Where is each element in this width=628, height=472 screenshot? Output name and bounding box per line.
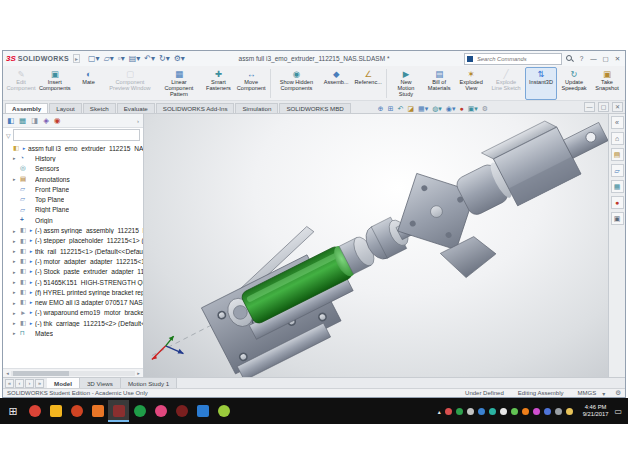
ribbon-button-new-motion-study[interactable]: ▶New Motion Study (389, 67, 423, 100)
tab-scroll-right-icon[interactable]: › (25, 379, 34, 388)
view-orientation-icon[interactable]: ▦▾ (418, 105, 428, 112)
tray-icon[interactable] (555, 408, 562, 415)
featuremanager-tab-icon[interactable]: ◧ (7, 117, 14, 125)
tree-item-component[interactable]: ▸◧►(f) HYREL printed syringe bracket rep… (3, 287, 143, 297)
tray-icon[interactable] (533, 408, 540, 415)
extruder-assembly-model[interactable] (190, 114, 608, 377)
taskbar-clock[interactable]: 4:46 PM 9/21/2017 (583, 404, 609, 418)
file-explorer-icon[interactable]: ▱ (611, 164, 624, 177)
ribbon-button-bill-of-materials[interactable]: ▤Bill of Materials (423, 67, 455, 100)
tray-icon[interactable] (511, 408, 518, 415)
taskbar-app-chrome[interactable] (24, 400, 45, 422)
ribbon-button-instant3d[interactable]: ⇅Instant3D (525, 67, 557, 100)
tree-item-sensors[interactable]: ◎Sensors (3, 164, 143, 174)
search-input[interactable] (475, 55, 559, 63)
tab-evaluate[interactable]: Evaluate (117, 103, 155, 113)
tree-item-component[interactable]: ▸◧►(-) motor_adapter_adapter_112215<1> (… (3, 256, 143, 266)
taskbar-app-blue[interactable] (192, 400, 213, 422)
expander-icon[interactable]: ▸ (13, 320, 20, 326)
units-caret-icon[interactable]: ▾ (602, 390, 605, 397)
ribbon-button-assembly-features[interactable]: ◆Assemb... (320, 67, 352, 100)
view-settings-icon[interactable]: ⚙ (482, 105, 488, 112)
ribbon-button-component-preview-window[interactable]: ▢Component Preview Window (105, 67, 156, 100)
end-tab-part[interactable] (564, 122, 608, 158)
ribbon-button-take-snapshot[interactable]: ▣Take Snapshot (591, 67, 623, 100)
tray-icon[interactable] (456, 408, 463, 415)
rebuild-icon[interactable]: ↻▾ (159, 54, 170, 63)
tray-icon[interactable] (544, 408, 551, 415)
graphics-viewport[interactable] (144, 114, 608, 377)
tab-model[interactable]: Model (47, 378, 80, 388)
collapse-pane-icon[interactable]: « (611, 116, 624, 129)
expander-icon[interactable]: ▸ (13, 258, 20, 264)
ribbon-button-update-speedpak[interactable]: ↻Update Speedpak (557, 67, 591, 100)
tree-item-annotations[interactable]: ▸▤Annotations (3, 174, 143, 184)
tree-item-top-plane[interactable]: ▱Top Plane (3, 194, 143, 204)
doc-minimize-icon[interactable]: — (584, 102, 595, 112)
tab-motion-study-1[interactable]: Motion Study 1 (121, 378, 177, 388)
taskbar-app-solidworks[interactable] (108, 400, 129, 422)
tree-item-component[interactable]: ▸◧►(-) 51465K151_HIGH-STRENGTH QUICK-TUR… (3, 277, 143, 287)
doc-restore-icon[interactable]: ▢ (598, 102, 609, 112)
print-icon[interactable]: ▤▾ (129, 54, 141, 63)
expander-icon[interactable]: ▸ (13, 330, 20, 336)
panel-overflow-chevron-icon[interactable]: › (137, 118, 139, 124)
restore-button[interactable]: ▢ (601, 55, 610, 63)
ribbon-button-show-hidden-components[interactable]: ◉Show Hidden Components (273, 67, 321, 100)
tray-icon[interactable] (566, 408, 573, 415)
display-style-icon[interactable]: ◍▾ (432, 105, 442, 112)
menu-expand-icon[interactable]: ▸ (73, 54, 80, 63)
ribbon-button-mate[interactable]: ◐Mate (73, 67, 105, 100)
expander-icon[interactable]: ▸ (13, 238, 20, 244)
tree-item-origin[interactable]: +Origin (3, 215, 143, 225)
ribbon-button-exploded-view[interactable]: ✶Exploded View (455, 67, 487, 100)
taskbar-app-lime[interactable] (213, 400, 234, 422)
edit-appearance-icon[interactable]: ● (459, 105, 463, 112)
ribbon-button-explode-line-sketch[interactable]: ╱Explode Line Sketch (487, 67, 525, 100)
expander-icon[interactable]: ▸ (13, 155, 20, 161)
ribbon-button-smart-fasteners[interactable]: ✚Smart Fasteners (202, 67, 234, 100)
save-icon[interactable]: ▫▾ (118, 54, 125, 63)
tray-icon[interactable] (478, 408, 485, 415)
design-library-icon[interactable]: ▤ (611, 148, 624, 161)
tree-item-component[interactable]: ▸◧►new EMO all i3 adapter 070517 NAS<1> … (3, 297, 143, 307)
tree-item-component[interactable]: ▸◧►(-) Stock_paste_extruder_adapter_1122… (3, 267, 143, 277)
custom-properties-icon[interactable]: ▣ (611, 212, 624, 225)
tab-scroll-last-icon[interactable]: » (35, 379, 44, 388)
home-icon[interactable]: ⌂ (611, 132, 624, 145)
tree-filter-input[interactable] (13, 129, 140, 141)
taskbar-app-amber[interactable] (87, 400, 108, 422)
tree-item-front-plane[interactable]: ▱Front Plane (3, 184, 143, 194)
ribbon-button-move-component[interactable]: ↔Move Component (234, 67, 268, 100)
minimize-button[interactable]: — (589, 55, 598, 62)
tray-icon[interactable] (489, 408, 496, 415)
tab-scroll-left-icon[interactable]: ‹ (15, 379, 24, 388)
taskbar-app-pink[interactable] (150, 400, 171, 422)
tree-item-root[interactable]: ◧►assm full i3_emo_extruder_112215_NAS (… (3, 143, 143, 153)
section-view-icon[interactable]: ◪ (407, 105, 414, 112)
view-palette-icon[interactable]: ▦ (611, 180, 624, 193)
expander-icon[interactable]: ▸ (13, 289, 20, 295)
expander-icon[interactable]: ▸ (13, 228, 20, 234)
expander-icon[interactable]: ▸ (13, 310, 20, 316)
taskbar-app-orange[interactable] (66, 400, 87, 422)
ribbon-button-edit-component[interactable]: ✎Edit Component (5, 67, 37, 100)
tree-item-component[interactable]: ▸◧►(-) thk_carriage_112215<2> (Default<<… (3, 318, 143, 328)
zoom-area-icon[interactable]: ⊞ (388, 105, 394, 112)
new-file-icon[interactable]: ▢▾ (88, 54, 100, 63)
tree-item-component[interactable]: ▸◧►(-) stepper_placeholder_112215<1> (De… (3, 236, 143, 246)
close-button[interactable]: ✕ (613, 55, 622, 63)
open-file-icon[interactable]: ▱▾ (104, 54, 114, 63)
options-gear-icon[interactable]: ⚙▾ (174, 54, 185, 63)
search-icon[interactable] (566, 55, 573, 62)
tab-assembly[interactable]: Assembly (5, 103, 48, 113)
taskbar-app-file-explorer[interactable] (45, 400, 66, 422)
taskbar-app-green[interactable] (129, 400, 150, 422)
ribbon-button-linear-component-pattern[interactable]: ▦Linear Component Pattern (155, 67, 202, 100)
tab-layout[interactable]: Layout (49, 103, 82, 113)
tray-icon[interactable] (467, 408, 474, 415)
expander-icon[interactable]: ▸ (13, 176, 20, 182)
units-selector[interactable]: MMGS (577, 390, 596, 396)
apply-scene-icon[interactable]: ▣▾ (468, 105, 478, 112)
configurationmanager-tab-icon[interactable]: ◨ (31, 117, 38, 125)
